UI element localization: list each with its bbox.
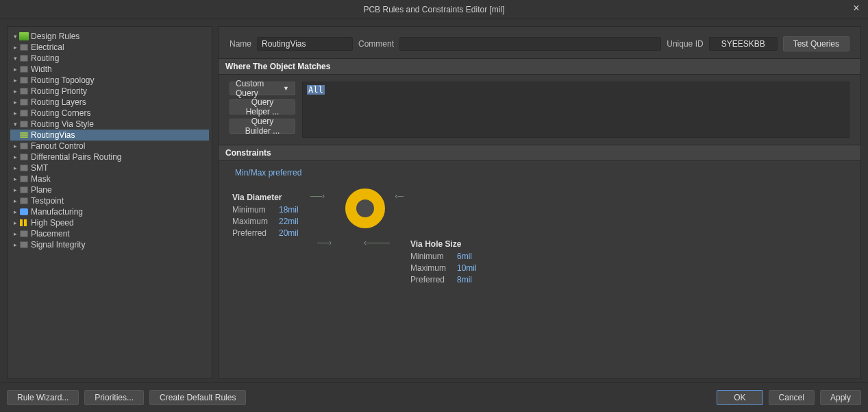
- via-hole-min[interactable]: 6mil: [457, 252, 472, 261]
- via-diameter-max[interactable]: 22mil: [279, 217, 299, 226]
- rules-tree[interactable]: ▾Design Rules ▸Electrical ▾Routing ▸Widt…: [7, 26, 212, 379]
- chevron-down-icon: ▼: [283, 85, 289, 92]
- ok-button[interactable]: OK: [717, 390, 762, 405]
- tree-routing[interactable]: ▾Routing: [10, 53, 209, 64]
- tree-width[interactable]: ▸Width: [10, 64, 209, 75]
- minmax-mode-link[interactable]: Min/Max preferred: [235, 168, 301, 178]
- tree-design-rules[interactable]: ▾Design Rules: [10, 31, 209, 42]
- tree-electrical[interactable]: ▸Electrical: [10, 42, 209, 53]
- section-where-matches: Where The Object Matches: [219, 58, 860, 75]
- tree-corners[interactable]: ▸Routing Corners: [10, 108, 209, 119]
- via-diameter-min[interactable]: 18mil: [279, 205, 299, 215]
- via-hole-pref[interactable]: 8mil: [457, 275, 472, 284]
- tree-plane[interactable]: ▸Plane: [10, 184, 209, 195]
- tree-via-style[interactable]: ▾Routing Via Style: [10, 119, 209, 130]
- name-label: Name: [230, 39, 251, 49]
- tree-fanout[interactable]: ▸Fanout Control: [10, 141, 209, 152]
- via-diameter-title: Via Diameter: [232, 193, 299, 202]
- rule-wizard-button[interactable]: Rule Wizard...: [7, 390, 79, 405]
- cancel-button[interactable]: Cancel: [769, 390, 815, 405]
- tree-signal[interactable]: ▸Signal Integrity: [10, 239, 209, 250]
- tree-mask[interactable]: ▸Mask: [10, 173, 209, 184]
- query-value: All: [307, 85, 325, 95]
- footer: Rule Wizard... Priorities... Create Defa…: [0, 382, 868, 412]
- match-type-dropdown[interactable]: Custom Query ▼: [230, 82, 295, 95]
- comment-input[interactable]: [399, 37, 661, 51]
- test-queries-button[interactable]: Test Queries: [783, 36, 850, 51]
- query-builder-button[interactable]: Query Builder ...: [230, 119, 295, 134]
- tree-routingvias[interactable]: ▸RoutingVias: [10, 130, 209, 141]
- create-default-rules-button[interactable]: Create Default Rules: [149, 390, 246, 405]
- name-input[interactable]: [257, 37, 353, 51]
- query-helper-button[interactable]: Query Helper ...: [230, 99, 295, 114]
- rule-header: Name Comment Unique ID Test Queries: [219, 27, 860, 58]
- via-hole-group: Via Hole Size Minimum6mil Maximum10mil P…: [410, 239, 477, 287]
- close-icon[interactable]: ×: [850, 3, 863, 15]
- query-editor[interactable]: All: [302, 82, 850, 138]
- via-hole-max[interactable]: 10mil: [457, 263, 477, 273]
- tree-placement[interactable]: ▸Placement: [10, 228, 209, 239]
- section-constraints: Constraints: [219, 145, 860, 161]
- via-graphic: ──› ‹─ ──› ‹────: [335, 189, 395, 254]
- tree-smt[interactable]: ▸SMT: [10, 162, 209, 173]
- tree-priority[interactable]: ▸Routing Priority: [10, 86, 209, 97]
- via-diameter-pref[interactable]: 20mil: [279, 228, 299, 238]
- apply-button[interactable]: Apply: [820, 390, 861, 405]
- via-diameter-group: Via Diameter Minimum18mil Maximum22mil P…: [232, 193, 299, 240]
- uid-input[interactable]: [709, 37, 778, 51]
- tree-topology[interactable]: ▸Routing Topology: [10, 75, 209, 86]
- tree-highspeed[interactable]: ▸High Speed: [10, 217, 209, 228]
- tree-layers[interactable]: ▸Routing Layers: [10, 97, 209, 108]
- detail-panel: Name Comment Unique ID Test Queries Wher…: [218, 26, 861, 379]
- uid-label: Unique ID: [667, 39, 703, 49]
- comment-label: Comment: [358, 39, 394, 49]
- window-title: PCB Rules and Constraints Editor [mil]: [363, 5, 504, 14]
- titlebar: PCB Rules and Constraints Editor [mil] ×: [0, 0, 868, 19]
- tree-testpoint[interactable]: ▸Testpoint: [10, 195, 209, 206]
- tree-diffpairs[interactable]: ▸Differential Pairs Routing: [10, 152, 209, 162]
- via-hole-title: Via Hole Size: [410, 239, 477, 249]
- priorities-button[interactable]: Priorities...: [84, 390, 144, 405]
- tree-manufacturing[interactable]: ▸Manufacturing: [10, 206, 209, 217]
